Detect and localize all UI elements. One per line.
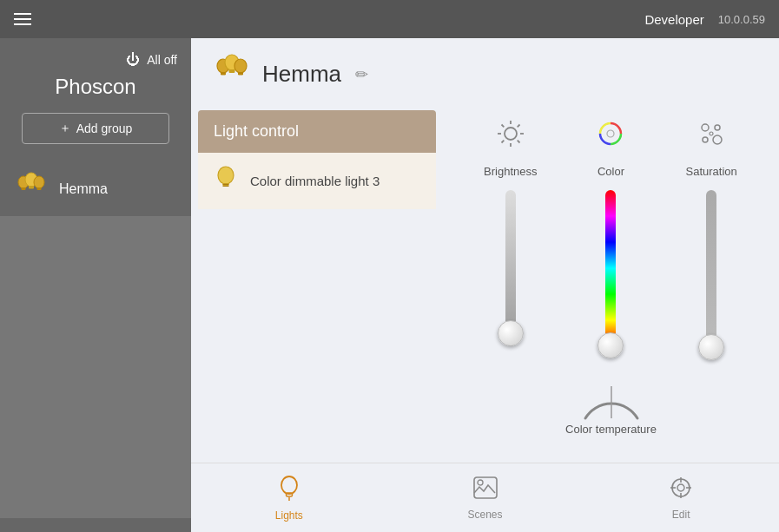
svg-point-4: [34, 176, 44, 188]
color-temperature-section: Color temperature: [460, 371, 762, 436]
svg-rect-11: [238, 72, 243, 76]
brightness-slider[interactable]: [493, 190, 528, 364]
svg-line-24: [501, 141, 504, 143]
svg-rect-3: [29, 186, 34, 189]
svg-point-39: [677, 484, 684, 491]
lights-nav-icon: [277, 475, 301, 506]
edit-nav-icon: [669, 476, 693, 505]
light-item-0[interactable]: Color dimmable light 3: [198, 153, 436, 209]
saturation-slider[interactable]: [694, 190, 729, 364]
svg-point-37: [478, 480, 483, 485]
svg-rect-9: [229, 69, 235, 73]
svg-point-31: [710, 132, 713, 135]
ip-address-label: 10.0.0.59: [718, 13, 765, 26]
brightness-icon: [496, 119, 525, 154]
power-icon: ⏻: [126, 52, 140, 68]
saturation-slider-col: Saturation: [677, 119, 746, 364]
main-content: Hemma ✏ Light control Color: [191, 38, 779, 532]
sidebar: ⏻ All off Phoscon ＋ Add group: [0, 38, 191, 532]
sidebar-item-hemma[interactable]: Hemma: [0, 161, 191, 216]
light-control-header: Light control: [198, 110, 436, 153]
group-name-label: Hemma: [59, 181, 108, 197]
group-header-name: Hemma: [262, 61, 341, 88]
nav-item-scenes[interactable]: Scenes: [387, 463, 584, 532]
group-header: Hemma ✏: [191, 38, 779, 110]
sidebar-rest: [0, 216, 191, 518]
svg-rect-5: [37, 187, 42, 190]
brand-name: Phoscon: [55, 75, 135, 99]
color-temperature-label: Color temperature: [565, 423, 657, 436]
saturation-label: Saturation: [686, 165, 737, 178]
svg-rect-7: [221, 72, 226, 76]
color-slider[interactable]: [593, 190, 628, 364]
nav-scenes-label: Scenes: [467, 509, 502, 521]
light-bulb-icon: [214, 165, 238, 197]
menu-button[interactable]: [14, 13, 31, 25]
svg-point-30: [713, 135, 722, 144]
brightness-slider-col: Brightness: [476, 119, 545, 364]
add-group-label: Add group: [76, 122, 133, 135]
sliders-panel: Brightness: [443, 110, 779, 463]
light-item-label-0: Color dimmable light 3: [250, 174, 380, 188]
nav-item-lights[interactable]: Lights: [191, 463, 387, 532]
svg-point-27: [702, 124, 709, 131]
edit-pencil-icon[interactable]: ✏: [355, 65, 368, 84]
nav-item-edit[interactable]: Edit: [583, 463, 779, 532]
svg-point-26: [607, 130, 614, 137]
svg-point-12: [218, 167, 234, 184]
topbar: Developer 10.0.0.59: [0, 0, 779, 38]
group-header-icon: [212, 52, 252, 96]
all-off-button[interactable]: ⏻ All off: [126, 52, 191, 68]
svg-point-33: [281, 476, 297, 494]
svg-rect-34: [286, 493, 292, 496]
main-body: Light control Color dimmable light 3: [191, 110, 779, 463]
svg-line-21: [501, 125, 504, 128]
sliders-top: Brightness: [460, 119, 762, 371]
developer-label: Developer: [644, 12, 703, 27]
color-label: Color: [597, 165, 624, 178]
svg-line-23: [518, 125, 520, 128]
add-group-button[interactable]: ＋ Add group: [22, 113, 169, 144]
color-temp-arc-icon: [577, 379, 646, 423]
scenes-nav-icon: [472, 476, 498, 505]
main-layout: ⏻ All off Phoscon ＋ Add group: [0, 38, 779, 532]
brightness-label: Brightness: [484, 165, 537, 178]
svg-line-22: [518, 141, 520, 143]
plus-icon: ＋: [59, 121, 71, 136]
svg-rect-1: [22, 187, 26, 190]
light-control-panel: Light control Color dimmable light 3: [191, 110, 443, 463]
bottom-nav: Lights Scenes: [191, 463, 779, 532]
svg-point-16: [505, 128, 517, 140]
svg-point-10: [234, 59, 247, 73]
svg-point-28: [715, 125, 720, 130]
all-off-label: All off: [147, 53, 177, 67]
color-slider-col: Color: [576, 119, 645, 364]
saturation-icon: [696, 119, 726, 154]
nav-edit-label: Edit: [672, 509, 690, 521]
svg-point-29: [703, 137, 708, 142]
color-icon: [596, 119, 625, 154]
nav-lights-label: Lights: [275, 509, 303, 522]
group-lights-icon: [14, 170, 49, 207]
